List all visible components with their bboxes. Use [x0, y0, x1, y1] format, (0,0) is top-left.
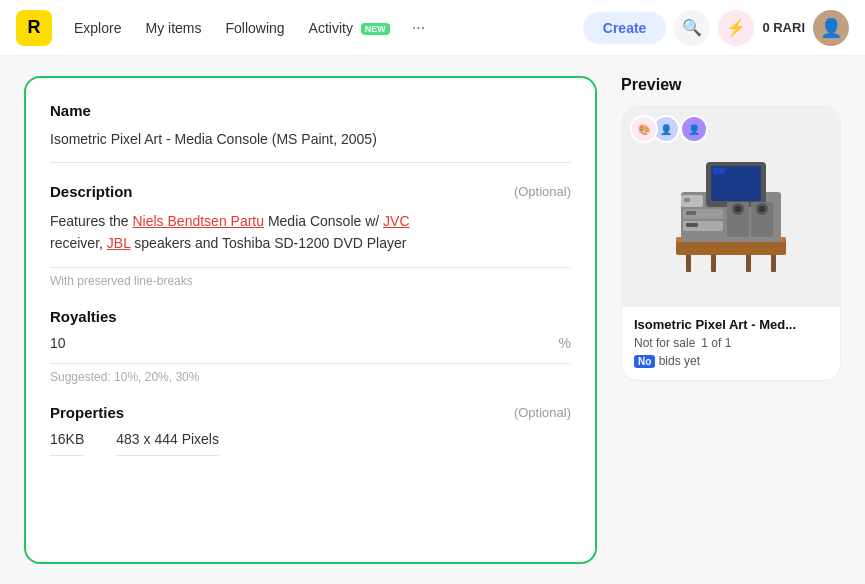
rari-balance: 0 RARI — [762, 20, 805, 35]
property-size-value: 16KB — [50, 431, 84, 447]
nav-more-button[interactable]: ··· — [404, 13, 433, 43]
preview-card: 🎨 👤 👤 — [621, 106, 841, 381]
property-size: 16KB — [50, 431, 84, 460]
royalties-suggested: Suggested: 10%, 20%, 30% — [50, 370, 571, 384]
properties-optional: (Optional) — [514, 405, 571, 420]
lightning-button[interactable]: ⚡ — [718, 10, 754, 46]
desc-link-jvc[interactable]: JVC — [383, 213, 409, 229]
preview-sub-row: Not for sale 1 of 1 — [634, 336, 828, 350]
media-console-art — [651, 137, 811, 277]
navbar: R Explore My items Following Activity NE… — [0, 0, 865, 56]
royalties-field-group: Royalties 10 % Suggested: 10%, 20%, 30% — [50, 308, 571, 384]
royalties-value[interactable]: 10 — [50, 335, 66, 351]
desc-end: speakers and Toshiba SD-1200 DVD Player — [130, 235, 406, 251]
description-label: Description (Optional) — [50, 183, 571, 200]
user-avatar[interactable]: 👤 — [813, 10, 849, 46]
avatar-image: 👤 — [820, 17, 842, 39]
property-dimensions-divider — [116, 455, 219, 460]
properties-label: Properties (Optional) — [50, 404, 571, 421]
search-icon: 🔍 — [682, 18, 702, 37]
svg-rect-9 — [713, 168, 725, 174]
preview-image-area: 🎨 👤 👤 — [622, 107, 840, 307]
preview-nft-title: Isometric Pixel Art - Med... — [634, 317, 828, 332]
property-size-divider — [50, 455, 84, 460]
main-content: Name Isometric Pixel Art - Media Console… — [0, 56, 865, 584]
activity-badge: NEW — [361, 23, 390, 35]
logo-text: R — [28, 17, 41, 38]
preview-bids: No bids yet — [622, 350, 840, 368]
create-button[interactable]: Create — [583, 12, 667, 44]
nav-explore[interactable]: Explore — [64, 14, 131, 42]
preview-panel: Preview 🎨 👤 👤 — [621, 76, 841, 564]
svg-rect-13 — [686, 223, 698, 227]
svg-rect-21 — [684, 198, 690, 202]
lightning-icon: ⚡ — [726, 18, 746, 37]
preview-edition: 1 of 1 — [701, 336, 731, 350]
name-label-text: Name — [50, 102, 91, 119]
svg-point-19 — [759, 206, 765, 212]
nav-following[interactable]: Following — [215, 14, 294, 42]
royalties-row: 10 % — [50, 335, 571, 351]
description-divider — [50, 267, 571, 268]
royalties-symbol: % — [559, 335, 571, 351]
search-button[interactable]: 🔍 — [674, 10, 710, 46]
logo-button[interactable]: R — [16, 10, 52, 46]
properties-field-group: Properties (Optional) 16KB 483 x 444 Pix… — [50, 404, 571, 460]
no-badge: No — [634, 355, 655, 368]
avatar-1: 🎨 — [630, 115, 658, 143]
name-label: Name — [50, 102, 571, 119]
royalties-label-text: Royalties — [50, 308, 117, 325]
preview-avatars: 🎨 👤 👤 — [630, 115, 708, 143]
nav-my-items[interactable]: My items — [135, 14, 211, 42]
preview-sale-status: Not for sale — [634, 336, 695, 350]
properties-row: 16KB 483 x 444 Pixels — [50, 431, 571, 460]
desc-pre: Features the — [50, 213, 133, 229]
property-dimensions-value: 483 x 444 Pixels — [116, 431, 219, 447]
desc-link-jbl[interactable]: JBL — [107, 235, 131, 251]
desc-link-niels[interactable]: Niels Bendtsen Partu — [133, 213, 265, 229]
svg-rect-11 — [686, 211, 696, 215]
rari-label: 0 RARI — [762, 20, 805, 35]
form-card: Name Isometric Pixel Art - Media Console… — [24, 76, 597, 564]
preview-info: Isometric Pixel Art - Med... Not for sal… — [622, 307, 840, 350]
preview-title: Preview — [621, 76, 841, 94]
nav-activity-label: Activity — [309, 20, 353, 36]
properties-label-text: Properties — [50, 404, 124, 421]
desc-post: receiver, — [50, 235, 107, 251]
description-hint: With preserved line-breaks — [50, 274, 571, 288]
avatar-3: 👤 — [680, 115, 708, 143]
royalties-divider — [50, 363, 571, 364]
description-field-group: Description (Optional) Features the Niel… — [50, 183, 571, 288]
royalties-label: Royalties — [50, 308, 571, 325]
svg-point-16 — [735, 206, 741, 212]
bids-label: bids yet — [659, 354, 700, 368]
description-optional: (Optional) — [514, 184, 571, 199]
nav-activity[interactable]: Activity NEW — [299, 14, 400, 42]
name-value[interactable]: Isometric Pixel Art - Media Console (MS … — [50, 129, 571, 150]
name-divider — [50, 162, 571, 163]
name-field-group: Name Isometric Pixel Art - Media Console… — [50, 102, 571, 163]
property-dimensions: 483 x 444 Pixels — [116, 431, 219, 460]
description-label-text: Description — [50, 183, 133, 200]
description-value[interactable]: Features the Niels Bendtsen Partu Media … — [50, 210, 571, 255]
desc-mid: Media Console w/ — [264, 213, 383, 229]
